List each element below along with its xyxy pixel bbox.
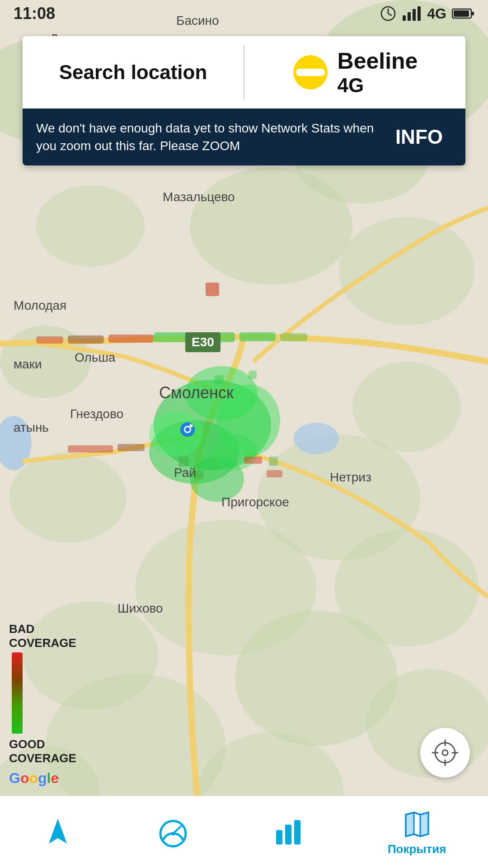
nav-item-navigate[interactable] bbox=[42, 816, 74, 848]
svg-point-9 bbox=[352, 362, 461, 452]
info-button[interactable]: INFO bbox=[386, 126, 452, 148]
search-location-button[interactable]: Search location bbox=[23, 36, 244, 108]
speed-icon bbox=[157, 816, 189, 848]
signal-icon bbox=[402, 5, 422, 22]
network-type: 4G bbox=[427, 5, 446, 22]
legend-bad-label: BADCOVERAGE bbox=[9, 622, 76, 650]
status-time: 11:08 bbox=[14, 4, 55, 23]
svg-rect-53 bbox=[413, 9, 416, 21]
info-banner: We don't have enough data yet to show Ne… bbox=[23, 108, 465, 165]
svg-rect-29 bbox=[108, 335, 154, 343]
svg-rect-34 bbox=[206, 283, 219, 296]
svg-rect-33 bbox=[280, 333, 307, 341]
map-label-smolensk: Смоленск bbox=[159, 383, 234, 402]
map-label-netriz: Нетриз bbox=[330, 470, 371, 485]
clock-icon bbox=[380, 5, 396, 22]
search-carrier-row: Search location Beeline 4G bbox=[23, 36, 465, 108]
svg-rect-37 bbox=[68, 445, 113, 453]
svg-rect-30 bbox=[68, 335, 104, 344]
svg-rect-56 bbox=[454, 10, 469, 17]
map-label-mazaltsevo: Мазальцево bbox=[163, 190, 235, 204]
svg-rect-35 bbox=[215, 375, 224, 384]
svg-point-20 bbox=[294, 423, 339, 454]
svg-rect-40 bbox=[267, 470, 282, 477]
location-dot bbox=[178, 420, 197, 439]
nav-item-speed[interactable] bbox=[157, 816, 189, 848]
coverage-nav-label: Покрытия bbox=[388, 842, 446, 856]
road-label-e30: E30 bbox=[185, 332, 221, 352]
svg-point-5 bbox=[190, 167, 352, 285]
svg-point-10 bbox=[9, 452, 127, 542]
nav-item-coverage[interactable]: Покрытия bbox=[388, 808, 446, 856]
navigate-icon bbox=[42, 816, 74, 848]
svg-rect-36 bbox=[249, 371, 257, 379]
svg-rect-51 bbox=[403, 15, 406, 21]
svg-point-6 bbox=[339, 217, 474, 326]
status-right: 4G bbox=[380, 5, 474, 22]
svg-rect-32 bbox=[239, 332, 276, 341]
map-label-shikhovo: Шихово bbox=[117, 601, 163, 616]
top-panel: Search location Beeline 4G We don't have… bbox=[23, 36, 465, 165]
svg-rect-41 bbox=[178, 457, 188, 467]
svg-marker-66 bbox=[49, 819, 67, 844]
bottom-navigation: Покрытия bbox=[0, 796, 488, 868]
svg-point-4 bbox=[36, 185, 145, 267]
svg-point-27 bbox=[212, 434, 258, 470]
carrier-logo bbox=[292, 54, 328, 90]
svg-point-61 bbox=[442, 750, 448, 755]
svg-rect-38 bbox=[117, 444, 145, 451]
status-bar: 11:08 4G bbox=[0, 0, 488, 27]
map-label-katyn: атынь bbox=[14, 420, 49, 435]
map-label-gnezdovo: Гнездово bbox=[70, 407, 123, 421]
svg-point-69 bbox=[171, 832, 175, 835]
svg-rect-57 bbox=[472, 12, 474, 15]
battery-icon bbox=[452, 7, 474, 20]
svg-point-47 bbox=[189, 424, 193, 428]
coverage-legend: BADCOVERAGE GOODCOVERAGE Google bbox=[9, 622, 76, 787]
nav-item-stats[interactable] bbox=[272, 816, 304, 848]
svg-rect-71 bbox=[285, 825, 291, 844]
coverage-gradient-bar bbox=[12, 652, 23, 734]
locate-button[interactable] bbox=[420, 728, 470, 778]
svg-point-46 bbox=[185, 427, 190, 432]
coverage-map-icon bbox=[401, 808, 433, 840]
google-logo: Google bbox=[9, 770, 76, 787]
carrier-name: Beeline bbox=[338, 48, 418, 74]
map-label-olsha: Ольша bbox=[75, 350, 115, 365]
carrier-info: Beeline 4G bbox=[244, 36, 465, 108]
info-message: We don't have enough data yet to show Ne… bbox=[36, 119, 386, 155]
map-label-ray: Рай bbox=[174, 466, 196, 480]
locate-icon bbox=[432, 739, 459, 766]
svg-rect-70 bbox=[276, 830, 282, 844]
map-label-molodaya: Молодая bbox=[14, 298, 66, 313]
legend-good-label: GOODCOVERAGE bbox=[9, 737, 76, 765]
carrier-text: Beeline 4G bbox=[338, 48, 418, 97]
svg-rect-52 bbox=[408, 12, 411, 21]
carrier-network-type: 4G bbox=[338, 74, 418, 97]
svg-rect-59 bbox=[296, 69, 325, 76]
map-label-maki: маки bbox=[14, 357, 42, 372]
svg-line-50 bbox=[388, 14, 391, 15]
svg-rect-43 bbox=[269, 457, 278, 466]
svg-rect-54 bbox=[418, 6, 421, 21]
svg-rect-72 bbox=[294, 820, 300, 844]
svg-rect-39 bbox=[244, 457, 262, 464]
svg-rect-31 bbox=[36, 336, 63, 344]
map-label-prigorskoe: Пригорское bbox=[221, 495, 289, 509]
stats-icon bbox=[272, 816, 304, 848]
